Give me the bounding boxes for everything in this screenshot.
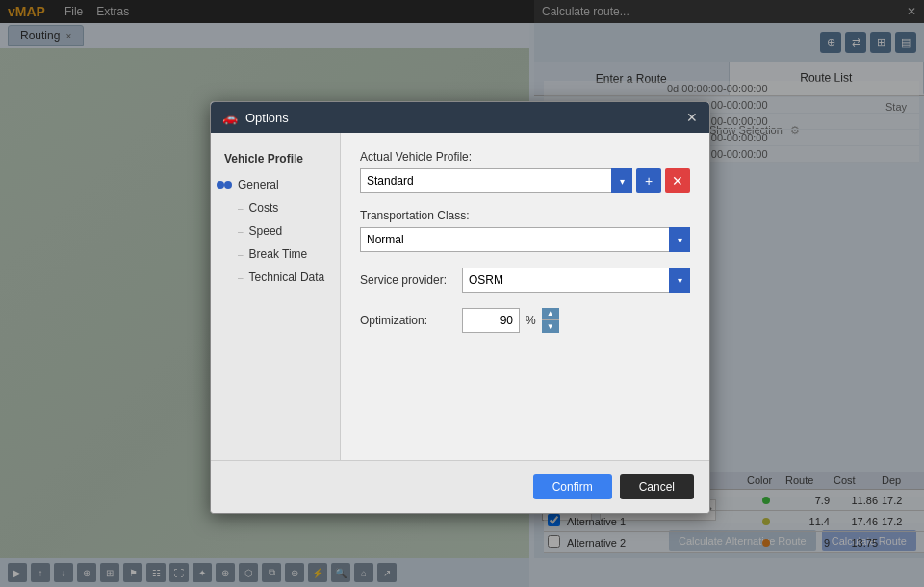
transportation-class-select[interactable]: Normal (360, 227, 690, 252)
form-row-optimization: Optimization: 90 % ▲ ▼ (360, 308, 690, 333)
vehicle-profile-remove-button[interactable]: ✕ (665, 168, 690, 193)
vehicle-profile-select-wrapper: Standard ▾ + ✕ (360, 168, 690, 193)
options-dialog: 🚗 Options ✕ Vehicle Profile General – Co… (210, 101, 710, 514)
nav-item-technical-data[interactable]: – Technical Data (211, 266, 340, 289)
vehicle-profile-add-button[interactable]: + (636, 168, 661, 193)
nav-section-vehicle-profile: Vehicle Profile (211, 148, 340, 173)
nav-item-costs[interactable]: – Costs (211, 196, 340, 219)
nav-item-speed[interactable]: – Speed (211, 219, 340, 242)
form-row-vehicle-profile: Actual Vehicle Profile: Standard ▾ + ✕ (360, 150, 690, 193)
dialog-title-text: Options (245, 111, 289, 125)
dialog-title-bar: 🚗 Options ✕ (211, 102, 709, 133)
vehicle-profile-select[interactable]: Standard (360, 168, 632, 193)
optimization-spin-up[interactable]: ▲ (542, 308, 559, 320)
dialog-title-content: 🚗 Options (222, 111, 289, 125)
vehicle-profile-select-container: Standard ▾ (360, 168, 632, 193)
nav-line-break: – (238, 249, 244, 260)
nav-item-general[interactable]: General (211, 173, 340, 196)
dialog-nav: Vehicle Profile General – Costs – Speed … (211, 133, 341, 460)
nav-line-speed: – (238, 226, 244, 237)
cancel-button[interactable]: Cancel (620, 474, 694, 499)
optimization-spinner: ▲ ▼ (542, 308, 559, 333)
service-provider-label: Service provider: (360, 273, 456, 287)
transportation-class-label: Transportation Class: (360, 209, 690, 222)
service-provider-select[interactable]: OSRM (462, 268, 690, 293)
form-row-service-provider: Service provider: OSRM ▾ (360, 268, 690, 293)
transportation-class-select-container: Normal ▾ (360, 227, 690, 252)
nav-line-tech: – (238, 272, 244, 283)
confirm-button[interactable]: Confirm (533, 474, 612, 499)
car-icon: 🚗 (222, 111, 238, 125)
dialog-footer: Confirm Cancel (211, 460, 709, 513)
form-row-transportation-class: Transportation Class: Normal ▾ (360, 209, 690, 252)
nav-dot-general (224, 181, 232, 189)
service-provider-select-container: OSRM ▾ (462, 268, 690, 293)
nav-item-break-time[interactable]: – Break Time (211, 242, 340, 266)
vehicle-profile-label: Actual Vehicle Profile: (360, 150, 690, 164)
optimization-unit: % (526, 314, 536, 327)
dialog-content: Actual Vehicle Profile: Standard ▾ + ✕ T… (341, 133, 709, 460)
optimization-input[interactable]: 90 (462, 308, 520, 333)
dialog-close-button[interactable]: ✕ (686, 110, 698, 125)
optimization-label: Optimization: (360, 314, 456, 327)
optimization-spin-down[interactable]: ▼ (542, 320, 559, 333)
optimization-input-wrapper: 90 % ▲ ▼ (462, 308, 559, 333)
dialog-body: Vehicle Profile General – Costs – Speed … (211, 133, 709, 460)
nav-line-costs: – (238, 203, 244, 214)
